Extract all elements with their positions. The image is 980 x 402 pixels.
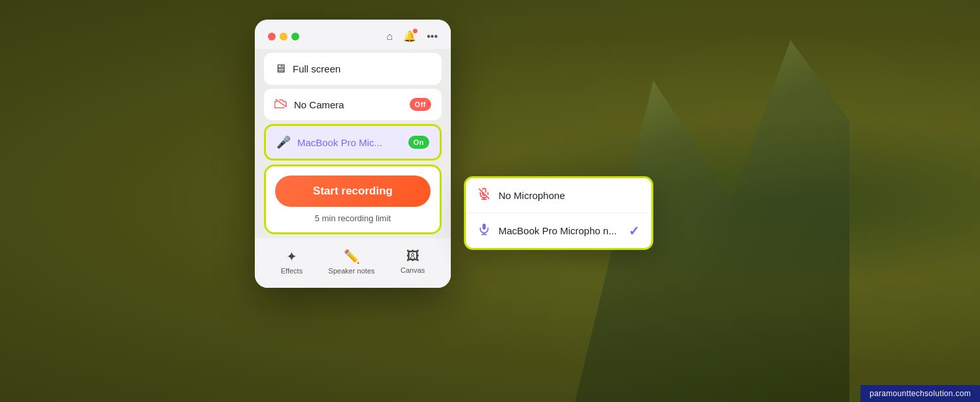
start-recording-button[interactable]: Start recording: [275, 176, 431, 207]
canvas-icon: 🖼: [406, 249, 419, 264]
bottom-toolbar: ✦ Effects ✏️ Speaker notes 🖼 Canvas: [255, 238, 451, 288]
speaker-notes-icon: ✏️: [344, 249, 360, 264]
effects-icon: ✦: [286, 249, 297, 264]
speaker-notes-label: Speaker notes: [329, 267, 375, 275]
camera-off-icon: [274, 98, 287, 111]
selected-checkmark: ✓: [629, 223, 640, 239]
speaker-notes-item[interactable]: ✏️ Speaker notes: [329, 249, 375, 275]
bell-icon[interactable]: 🔔: [403, 30, 416, 42]
microphone-section[interactable]: 🎤 MacBook Pro Mic... On: [264, 124, 442, 161]
more-icon[interactable]: •••: [427, 31, 438, 42]
monitor-icon: 🖥: [274, 62, 286, 76]
popup-card: ⌂ 🔔 ••• 🖥 Full screen No Camera Off: [255, 20, 451, 288]
microphone-label: MacBook Pro Mic...: [297, 137, 402, 148]
maximize-button[interactable]: [291, 33, 299, 40]
minimize-button[interactable]: [280, 33, 287, 40]
no-microphone-option[interactable]: No Microphone: [466, 178, 651, 213]
mic-icon: 🎤: [276, 135, 291, 149]
mic-off-icon: [478, 187, 491, 204]
camera-toggle[interactable]: Off: [410, 98, 431, 111]
close-button[interactable]: [268, 33, 276, 40]
no-camera-section[interactable]: No Camera Off: [264, 89, 442, 120]
title-bar-icons: ⌂ 🔔 •••: [387, 30, 438, 42]
watermark-text: paramounttechsolution.com: [870, 389, 971, 398]
watermark: paramounttechsolution.com: [860, 385, 980, 402]
microphone-dropdown: No Microphone MacBook Pro Micropho n... …: [464, 176, 653, 250]
mic-on-icon: [478, 223, 491, 239]
mic-toggle[interactable]: On: [408, 136, 429, 149]
svg-rect-0: [483, 224, 486, 230]
full-screen-label: Full screen: [293, 63, 431, 74]
canvas-item[interactable]: 🖼 Canvas: [400, 249, 425, 275]
macbook-pro-mic-option[interactable]: MacBook Pro Micropho n... ✓: [466, 213, 651, 248]
full-screen-section[interactable]: 🖥 Full screen: [264, 53, 442, 85]
no-camera-label: No Camera: [294, 99, 403, 110]
popup-container: ⌂ 🔔 ••• 🖥 Full screen No Camera Off: [255, 20, 451, 385]
home-icon[interactable]: ⌂: [387, 31, 393, 42]
canvas-label: Canvas: [400, 266, 425, 274]
effects-item[interactable]: ✦ Effects: [281, 249, 302, 275]
title-bar: ⌂ 🔔 •••: [255, 20, 451, 49]
recording-limit-text: 5 min recording limit: [275, 213, 431, 223]
no-microphone-label: No Microphone: [498, 190, 640, 201]
macbook-pro-mic-label: MacBook Pro Micropho n...: [498, 225, 621, 236]
start-recording-wrapper: Start recording 5 min recording limit: [264, 164, 442, 234]
effects-label: Effects: [281, 267, 302, 275]
traffic-lights: [268, 33, 299, 40]
